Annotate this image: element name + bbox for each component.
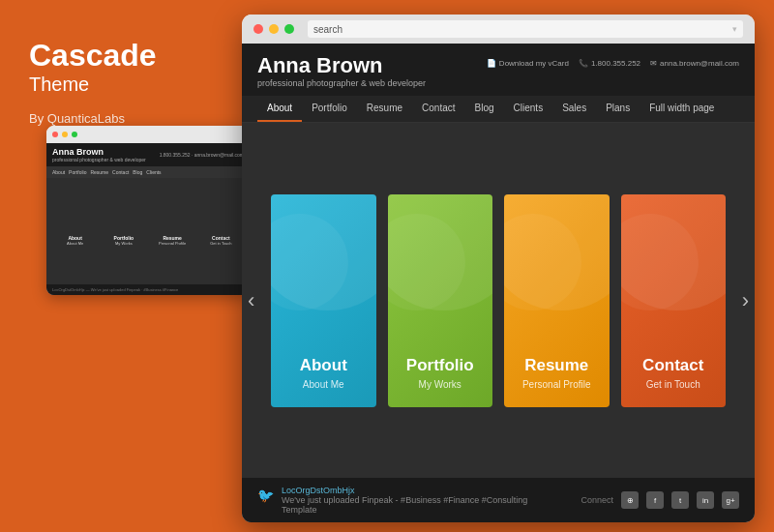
- vcard-icon: 📄: [487, 59, 496, 68]
- card-resume-label: Resume: [524, 356, 588, 375]
- contact-vcard: 📄 Download my vCard: [487, 59, 569, 68]
- main-content: Anna Brown professional photographer & w…: [242, 44, 755, 522]
- small-nav-clients: Clients: [146, 169, 161, 175]
- social-rss[interactable]: ⊕: [621, 491, 639, 509]
- small-card-about: About About Me: [52, 182, 98, 250]
- nav-contact[interactable]: Contact: [412, 96, 464, 122]
- small-contact-right: 1.800.355.252 · anna.brown@mail.com: [160, 152, 244, 158]
- card-portfolio[interactable]: Portfolio My Works: [388, 194, 493, 407]
- site-header: Anna Brown professional photographer & w…: [242, 44, 755, 96]
- contact-phone: 📞 1.800.355.252: [579, 59, 640, 68]
- small-toolbar: [46, 126, 250, 143]
- small-nav-portfolio: Portfolio: [69, 169, 86, 175]
- small-site-header: Anna Brown professional photographer & w…: [46, 143, 250, 166]
- email-text: anna.brown@mail.com: [660, 59, 739, 68]
- site-footer: 🐦 LocOrgDstOmbHjx We've just uploaded Fi…: [242, 478, 755, 522]
- small-footer-text: LocOrgDstOmbHjx — We've just uploaded Fi…: [52, 287, 244, 292]
- connect-label: Connect: [580, 495, 613, 505]
- social-googleplus[interactable]: g+: [722, 491, 739, 509]
- nav-clients[interactable]: Clients: [504, 96, 553, 122]
- small-cards: About About Me Portfolio My Works Resume…: [46, 178, 250, 253]
- small-nav-resume: Resume: [90, 169, 108, 175]
- main-dot-yellow: [269, 24, 279, 34]
- next-arrow[interactable]: ›: [742, 288, 749, 313]
- small-nav-about: About: [52, 169, 65, 175]
- url-bar[interactable]: search ▾: [308, 20, 743, 38]
- card-contact[interactable]: Contact Get in Touch: [621, 194, 727, 407]
- main-mockup: search ▾ Anna Brown professional photogr…: [242, 15, 755, 522]
- small-dot-yellow: [62, 132, 68, 137]
- nav-portfolio[interactable]: Portfolio: [302, 96, 357, 122]
- phone-icon: 📞: [579, 59, 588, 68]
- site-header-right: 📄 Download my vCard 📞 1.800.355.252 ✉ an…: [487, 59, 739, 68]
- card-about[interactable]: About About Me: [271, 194, 376, 407]
- small-dot-red: [52, 132, 58, 137]
- cards-area: ‹ About About Me Portfolio My Works Resu…: [242, 123, 755, 478]
- small-site-name: Anna Brown: [52, 147, 146, 157]
- small-nav-contact: Contact: [112, 169, 129, 175]
- card-portfolio-label: Portfolio: [406, 356, 474, 375]
- card-about-label: About: [300, 356, 347, 375]
- nav-resume[interactable]: Resume: [357, 96, 412, 122]
- twitter-content: LocOrgDstOmbHjx We've just uploaded Finp…: [282, 486, 552, 515]
- small-card-about-sub: About Me: [67, 241, 83, 246]
- card-contact-sublabel: Get in Touch: [646, 379, 700, 390]
- nav-plans[interactable]: Plans: [596, 96, 640, 122]
- small-dot-green: [72, 132, 77, 137]
- small-card-resume-sub: Personal Profile: [159, 241, 186, 246]
- site-header-left: Anna Brown professional photographer & w…: [257, 53, 426, 88]
- site-nav: About Portfolio Resume Contact Blog Clie…: [242, 96, 755, 123]
- social-linkedin[interactable]: in: [697, 491, 714, 509]
- url-dropdown-icon: ▾: [732, 24, 737, 34]
- phone-text: 1.800.355.252: [591, 59, 640, 68]
- footer-twitter: 🐦 LocOrgDstOmbHjx We've just uploaded Fi…: [257, 486, 552, 515]
- small-card-contact-sub: Get in Touch: [210, 241, 231, 246]
- vcard-text: Download my vCard: [499, 59, 569, 68]
- card-portfolio-sublabel: My Works: [419, 379, 461, 390]
- main-dot-red: [253, 24, 263, 34]
- site-tagline: professional photographer & web develope…: [257, 78, 426, 88]
- left-panel: Cascade Theme By QuanticaLabs Anna Brown…: [0, 0, 237, 532]
- nav-fullwidth[interactable]: Full width page: [640, 96, 724, 122]
- card-resume-sublabel: Personal Profile: [522, 379, 591, 390]
- main-dot-green: [284, 24, 294, 34]
- twitter-text: We've just uploaded Finpeak - #Business …: [282, 495, 552, 515]
- url-text: search: [313, 24, 342, 35]
- small-footer: LocOrgDstOmbHjx — We've just uploaded Fi…: [46, 284, 250, 295]
- card-about-sublabel: About Me: [303, 379, 344, 390]
- main-toolbar: search ▾: [242, 15, 755, 44]
- small-card-contact: Contact Get in Touch: [198, 182, 244, 250]
- small-contact: professional photographer & web develope…: [52, 157, 146, 163]
- small-card-portfolio-sub: My Works: [115, 241, 133, 246]
- nav-sales[interactable]: Sales: [552, 96, 596, 122]
- twitter-handle: LocOrgDstOmbHjx: [282, 486, 552, 495]
- prev-arrow[interactable]: ‹: [248, 288, 254, 313]
- small-card-portfolio: Portfolio My Works: [101, 182, 146, 250]
- small-mockup: Anna Brown professional photographer & w…: [46, 126, 250, 295]
- theme-author: By QuanticaLabs: [29, 111, 208, 126]
- small-card-resume: Resume Personal Profile: [150, 182, 195, 250]
- theme-title: Cascade Theme: [29, 39, 208, 96]
- small-nav: About Portfolio Resume Contact Blog Clie…: [46, 166, 250, 178]
- card-resume[interactable]: Resume Personal Profile: [504, 194, 610, 407]
- card-contact-label: Contact: [642, 356, 703, 375]
- footer-right: Connect ⊕ f t in g+: [580, 491, 739, 509]
- contact-email: ✉ anna.brown@mail.com: [650, 59, 739, 68]
- social-twitter[interactable]: t: [671, 491, 689, 509]
- email-icon: ✉: [650, 59, 657, 68]
- social-facebook[interactable]: f: [646, 491, 664, 509]
- small-content: Anna Brown professional photographer & w…: [46, 143, 250, 295]
- twitter-icon: 🐦: [257, 488, 274, 503]
- nav-about[interactable]: About: [257, 96, 302, 122]
- site-name: Anna Brown: [257, 53, 426, 78]
- small-nav-blog: Blog: [133, 169, 142, 175]
- nav-blog[interactable]: Blog: [465, 96, 504, 122]
